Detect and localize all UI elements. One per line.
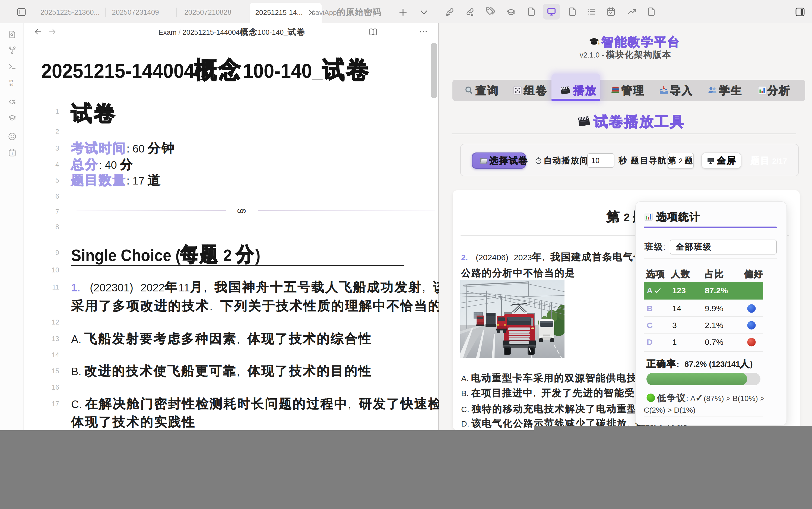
svg-text:10: 10 xyxy=(9,83,13,87)
svg-text:01: 01 xyxy=(9,79,13,83)
svg-text:1: 1 xyxy=(11,152,13,156)
